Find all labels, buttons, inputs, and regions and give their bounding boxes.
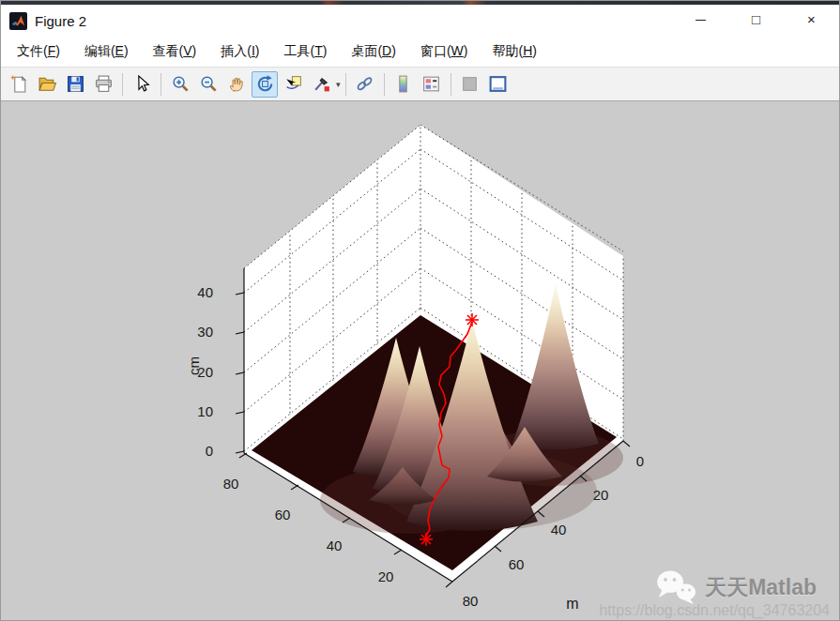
- data-cursor-icon: [283, 74, 303, 94]
- x-tick-40: 40: [551, 522, 567, 538]
- legend-icon: [421, 74, 441, 94]
- brush-data-button[interactable]: [308, 71, 334, 98]
- menu-mnemonic: H: [523, 43, 532, 58]
- titlebar[interactable]: Figure 2 ─ □ ×: [1, 5, 839, 37]
- zoom-in-icon: [171, 74, 191, 94]
- menu-label: ): [192, 43, 197, 58]
- zoom-in-button[interactable]: [167, 71, 193, 98]
- menu-item-file[interactable]: 文件(F): [5, 43, 72, 60]
- printer-icon: [94, 74, 114, 94]
- toolbar-separator: [384, 73, 385, 96]
- save-icon: [66, 74, 85, 94]
- menu-mnemonic: E: [115, 43, 124, 58]
- edit-plot-button[interactable]: [129, 71, 155, 98]
- menu-mnemonic: D: [382, 43, 391, 58]
- menu-mnemonic: T: [314, 43, 323, 58]
- x-tick-0: 0: [636, 453, 644, 469]
- menu-item-insert[interactable]: 插入(I): [208, 43, 271, 60]
- wechat-icon: [655, 569, 696, 605]
- link-chain-icon: [355, 74, 374, 94]
- menu-label: ): [124, 43, 129, 58]
- figure-canvas[interactable]: 0 10 20 30 40 cm 80 60 40 20 0 20 40 60 …: [1, 101, 840, 621]
- z-tick-10: 10: [197, 403, 213, 419]
- toolbar-separator: [345, 73, 346, 96]
- menu-item-window[interactable]: 窗口(W): [408, 43, 481, 60]
- y-tick-80: 80: [223, 476, 239, 492]
- figure-window: Figure 2 ─ □ × 文件(F) 编辑(E) 查看(V) 插入(I) 工…: [0, 0, 840, 621]
- rotate-3d-button[interactable]: [252, 71, 278, 98]
- menu-label: ): [55, 43, 60, 58]
- maximize-button[interactable]: □: [728, 5, 784, 37]
- menu-label: 查看(: [153, 43, 184, 58]
- y-tick-20: 20: [378, 568, 394, 584]
- menu-item-desktop[interactable]: 桌面(D): [339, 43, 407, 60]
- z-axis-label: cm: [186, 356, 202, 375]
- menu-label: 编辑(: [84, 43, 115, 58]
- insert-colorbar-button[interactable]: [390, 71, 417, 98]
- menu-item-edit[interactable]: 编辑(E): [72, 43, 141, 60]
- menu-label: 插入(: [221, 43, 252, 58]
- watermark-brand: 天天Matlab: [705, 576, 817, 598]
- watermark-url: https://blog.csdn.net/qq_34763204: [599, 603, 830, 619]
- dock-figure-icon: [488, 74, 508, 94]
- new-figure-button[interactable]: [6, 71, 32, 98]
- matlab-logo-icon: [9, 12, 27, 30]
- menu-label: ): [532, 43, 537, 58]
- z-tick-0: 0: [206, 443, 213, 459]
- rotate-3d-icon: [255, 74, 275, 94]
- menubar: 文件(F) 编辑(E) 查看(V) 插入(I) 工具(T) 桌面(D) 窗口(W…: [1, 37, 839, 68]
- menu-label: 帮助(: [492, 43, 523, 58]
- menu-label: ): [323, 43, 328, 58]
- menu-label: ): [255, 43, 260, 58]
- save-figure-button[interactable]: [62, 71, 88, 98]
- insert-legend-button[interactable]: [419, 71, 445, 98]
- print-figure-button[interactable]: [90, 71, 116, 98]
- menu-mnemonic: F: [48, 43, 56, 58]
- open-folder-icon: [38, 74, 57, 94]
- new-figure-icon: [9, 74, 29, 94]
- hand-pan-icon: [227, 74, 247, 94]
- menu-label: ): [391, 43, 396, 58]
- y-tick-60: 60: [275, 507, 291, 523]
- menu-label: 窗口(: [420, 43, 451, 58]
- arrow-cursor-icon: [132, 74, 152, 94]
- figure-toolbar: ▾: [1, 68, 839, 101]
- z-tick-30: 30: [197, 324, 213, 340]
- menu-item-tools[interactable]: 工具(T): [272, 43, 340, 60]
- pan-button[interactable]: [223, 71, 250, 98]
- window-controls: ─ □ ×: [673, 5, 839, 37]
- watermark: 天天Matlab https://blog.csdn.net/qq_347632…: [599, 569, 830, 619]
- menu-label: ): [464, 43, 468, 58]
- toolbar-separator: [122, 73, 123, 96]
- colorbar-icon: [393, 74, 413, 94]
- z-tick-40: 40: [197, 284, 213, 300]
- x-axis-label: m: [566, 596, 578, 612]
- minimize-button[interactable]: ─: [673, 5, 728, 37]
- hide-plot-tools-icon: [460, 74, 480, 94]
- zoom-out-icon: [199, 74, 219, 94]
- close-button[interactable]: ×: [784, 5, 839, 37]
- window-title: Figure 2: [35, 13, 86, 29]
- open-file-button[interactable]: [34, 71, 60, 98]
- menu-label: 文件(: [17, 43, 48, 58]
- menu-mnemonic: W: [451, 43, 464, 58]
- link-plot-button[interactable]: [352, 71, 378, 98]
- x-tick-20: 20: [593, 487, 609, 503]
- show-plot-tools-dock-button[interactable]: [485, 71, 512, 98]
- menu-label: 工具(: [284, 43, 315, 58]
- menu-label: 桌面(: [351, 43, 382, 58]
- brush-icon: [312, 74, 331, 94]
- toolbar-separator: [160, 73, 161, 96]
- menu-item-view[interactable]: 查看(V): [141, 43, 209, 60]
- zoom-out-button[interactable]: [195, 71, 221, 98]
- surface-plot[interactable]: 0 10 20 30 40 cm 80 60 40 20 0 20 40 60 …: [1, 101, 840, 621]
- path-start-marker: [466, 313, 479, 326]
- path-end-marker: [420, 533, 433, 546]
- menu-mnemonic: V: [183, 43, 191, 58]
- x-tick-60: 60: [509, 556, 525, 572]
- y-tick-40: 40: [327, 538, 343, 553]
- hide-plot-tools-button: [457, 71, 483, 98]
- data-cursor-button[interactable]: [280, 71, 306, 98]
- menu-item-help[interactable]: 帮助(H): [480, 43, 548, 60]
- brush-dropdown-caret[interactable]: ▾: [336, 80, 341, 89]
